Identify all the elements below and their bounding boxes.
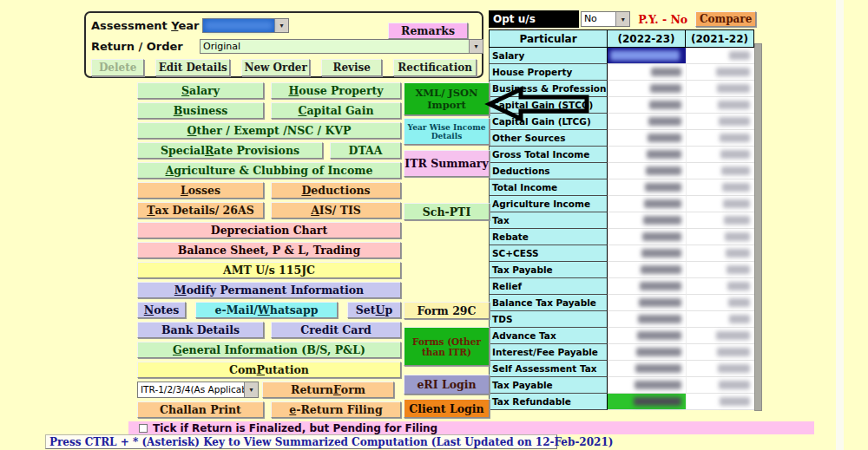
table-row: Interest/Fee Payable bbox=[489, 344, 754, 361]
redacted-value bbox=[720, 150, 750, 159]
forms-other-than-itr-button[interactable]: Forms (Other than ITR) bbox=[404, 327, 490, 366]
column-header-cy: (2022-23) bbox=[608, 29, 686, 48]
sch-pti-button[interactable]: Sch-PTI bbox=[404, 203, 490, 220]
row-value-py bbox=[686, 81, 754, 97]
redacted-value bbox=[726, 249, 750, 258]
setup-button[interactable]: SetUp bbox=[347, 302, 401, 318]
deductions-button[interactable]: Deductions bbox=[271, 182, 401, 199]
redacted-value bbox=[640, 282, 681, 290]
table-row: Tax Payable bbox=[489, 262, 754, 278]
return-order-select[interactable]: Original ▾ bbox=[200, 39, 483, 54]
redacted-value bbox=[638, 315, 681, 323]
other-exempt-button[interactable]: Other / Exempt /NSC / KVP bbox=[137, 122, 401, 139]
business-button[interactable]: Business bbox=[137, 102, 264, 119]
general-information-button[interactable]: General Information (B/S, P&L) bbox=[137, 342, 401, 358]
chevron-down-icon[interactable]: ▾ bbox=[615, 12, 629, 26]
table-row: Rebate bbox=[489, 229, 754, 245]
assessment-panel: Assessment Year ▾ Remarks Return / Order… bbox=[84, 11, 483, 78]
row-value-cy bbox=[608, 262, 686, 278]
table-row: Capital Gain (LTCG) bbox=[489, 114, 754, 130]
redacted-value bbox=[649, 101, 681, 109]
redacted-value bbox=[729, 315, 750, 323]
redacted-value bbox=[648, 134, 681, 142]
finalize-checkbox[interactable] bbox=[139, 424, 148, 433]
redacted-value bbox=[644, 199, 681, 208]
row-value-cy bbox=[608, 311, 686, 328]
redacted-value bbox=[634, 397, 681, 406]
redacted-value bbox=[651, 68, 681, 76]
row-value-cy bbox=[608, 130, 686, 147]
tax-details-26as-button[interactable]: Tax Details/ 26AS bbox=[137, 202, 264, 218]
opt-115bac-value: No bbox=[582, 12, 615, 26]
form-29c-button[interactable]: Form 29C bbox=[404, 302, 490, 319]
bank-details-button[interactable]: Bank Details bbox=[137, 322, 264, 338]
capital-gain-button[interactable]: Capital Gain bbox=[271, 102, 401, 119]
row-value-py bbox=[686, 196, 754, 212]
row-value-cy bbox=[608, 179, 686, 196]
compare-button[interactable]: Compare bbox=[695, 11, 756, 27]
losses-button[interactable]: Losses bbox=[137, 182, 264, 199]
redacted-value bbox=[718, 101, 750, 109]
chevron-down-icon[interactable]: ▾ bbox=[244, 382, 258, 397]
column-header-particular: Particular bbox=[489, 29, 608, 48]
row-value-cy bbox=[608, 147, 686, 163]
row-value-py bbox=[686, 212, 754, 229]
return-form-button[interactable]: Return Form bbox=[262, 382, 394, 398]
redacted-value bbox=[719, 117, 750, 126]
agriculture-clubbing-button[interactable]: Agriculture & Clubbing of Income bbox=[137, 162, 401, 179]
itr-summary-button[interactable]: ITR Summary bbox=[404, 150, 490, 177]
amt-115jc-button[interactable]: AMT U/s 115JC bbox=[137, 262, 401, 278]
revise-button[interactable]: Revise bbox=[321, 59, 382, 76]
xml-json-import-button[interactable]: XML/ JSON Import bbox=[404, 82, 490, 115]
depreciation-chart-button[interactable]: Depreciation Chart bbox=[137, 222, 401, 238]
main-button-grid: Salary House Property Business Capital G… bbox=[137, 82, 401, 418]
email-whatsapp-button[interactable]: e-Mail/Whatsapp bbox=[195, 302, 338, 318]
challan-print-button[interactable]: Challan Print bbox=[137, 401, 264, 418]
house-property-button[interactable]: House Property bbox=[271, 82, 401, 99]
remarks-button[interactable]: Remarks bbox=[388, 23, 468, 39]
delete-button[interactable]: Delete bbox=[91, 59, 144, 76]
table-scrollbar[interactable] bbox=[754, 43, 762, 411]
row-value-py bbox=[686, 179, 754, 196]
chevron-down-icon[interactable]: ▾ bbox=[274, 19, 288, 32]
balance-sheet-button[interactable]: Balance Sheet, P & L, Trading bbox=[137, 242, 401, 258]
rectification-button[interactable]: Rectification bbox=[393, 59, 477, 76]
computation-button[interactable]: ComPutation bbox=[137, 362, 401, 378]
opt-115bac-label: Opt u/s 115BAC bbox=[489, 10, 579, 28]
table-row: SC+CESS bbox=[489, 245, 754, 262]
assessment-year-select[interactable]: ▾ bbox=[202, 18, 289, 33]
chevron-down-icon[interactable]: ▾ bbox=[469, 40, 483, 53]
row-label: Tax Payable bbox=[489, 377, 608, 394]
new-order-button[interactable]: New Order bbox=[241, 59, 310, 76]
redacted-value bbox=[719, 381, 750, 389]
redacted-value bbox=[642, 232, 681, 241]
opt-115bac-select[interactable]: No ▾ bbox=[581, 11, 630, 27]
row-label: Capital Gain (LTCG) bbox=[489, 114, 608, 130]
ais-tis-button[interactable]: AIS/ TIS bbox=[271, 202, 401, 218]
row-value-cy bbox=[608, 295, 686, 311]
row-label: Salary bbox=[489, 48, 608, 64]
edit-details-button[interactable]: Edit Details bbox=[155, 59, 230, 76]
redacted-value bbox=[722, 183, 750, 192]
row-value-cy bbox=[608, 361, 686, 377]
row-value-cy bbox=[608, 64, 686, 81]
row-value-cy bbox=[608, 344, 686, 361]
e-return-filing-button[interactable]: e-Return Filing bbox=[271, 401, 401, 418]
redacted-value bbox=[725, 232, 750, 241]
row-value-cy bbox=[608, 97, 686, 114]
dtaa-button[interactable]: DTAA bbox=[330, 142, 401, 159]
itr-form-select[interactable]: ITR-1/2/3/4(As Applicable ▾ bbox=[137, 382, 259, 398]
credit-card-button[interactable]: Credit Card bbox=[271, 322, 401, 338]
modify-permanent-info-button[interactable]: Modify Permanent Information bbox=[137, 282, 401, 298]
client-login-button[interactable]: Client Login bbox=[404, 399, 490, 418]
table-row: Tax Payable bbox=[489, 377, 754, 394]
salary-button[interactable]: Salary bbox=[137, 82, 264, 99]
row-label: Gross Total Income bbox=[489, 147, 608, 163]
row-value-py bbox=[686, 361, 754, 377]
notes-button[interactable]: Notes bbox=[137, 302, 186, 318]
special-rate-button[interactable]: Special Rate Provisions bbox=[137, 142, 323, 159]
row-label: Total Income bbox=[489, 179, 608, 196]
year-wise-income-button[interactable]: Year Wise Income Details bbox=[404, 118, 490, 145]
row-label: SC+CESS bbox=[489, 245, 608, 262]
eri-login-button[interactable]: eRI Login bbox=[404, 375, 490, 395]
